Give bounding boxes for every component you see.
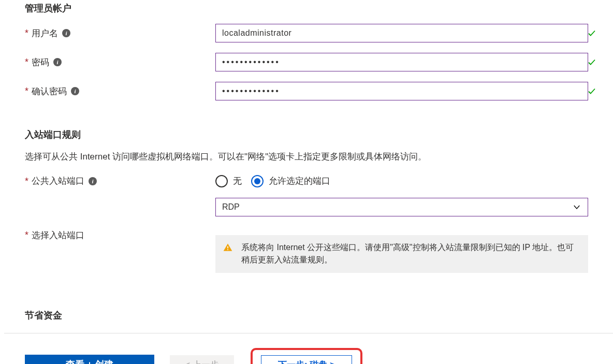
radio-circle-icon <box>251 175 264 187</box>
radio-allow-selected[interactable]: 允许选定的端口 <box>251 175 330 187</box>
select-value: RDP <box>222 202 240 212</box>
select-ports-label: 选择入站端口 <box>32 229 84 241</box>
confirm-password-row: * 确认密码 i <box>25 82 603 100</box>
confirm-password-label: 确认密码 <box>32 85 67 97</box>
info-icon[interactable]: i <box>71 87 79 95</box>
next-button-highlight: 下一步: 磁盘 > <box>251 348 362 364</box>
inbound-section-title: 入站端口规则 <box>25 128 603 141</box>
required-mark: * <box>25 230 28 240</box>
next-disks-button[interactable]: 下一步: 磁盘 > <box>261 355 352 364</box>
username-input[interactable] <box>215 24 588 42</box>
radio-none[interactable]: 无 <box>215 175 242 187</box>
previous-button[interactable]: < 上一步 <box>170 355 234 364</box>
info-icon[interactable]: i <box>62 29 70 37</box>
chevron-down-icon <box>572 202 581 212</box>
required-mark: * <box>25 57 28 67</box>
password-input[interactable] <box>215 53 588 71</box>
review-create-button[interactable]: 查看 + 创建 <box>25 355 154 364</box>
username-label: 用户名 <box>32 27 58 39</box>
select-inbound-ports[interactable]: RDP <box>215 198 588 216</box>
select-ports-row: * 选择入站端口 RDP 系统将向 Internet 公开这些端口。请使用"高 <box>25 198 603 273</box>
svg-rect-1 <box>227 249 228 250</box>
footer-bar: 查看 + 创建 < 上一步 下一步: 磁盘 > <box>25 333 603 364</box>
public-ports-label: 公共入站端口 <box>32 175 84 187</box>
password-row: * 密码 i <box>25 53 603 71</box>
confirm-password-input[interactable] <box>215 82 588 100</box>
radio-none-label: 无 <box>233 175 242 187</box>
warning-banner: 系统将向 Internet 公开这些端口。请使用"高级"控制将入站流量限制到已知… <box>215 235 588 273</box>
radio-circle-icon <box>215 175 228 187</box>
admin-section-title: 管理员帐户 <box>25 2 603 14</box>
svg-rect-0 <box>227 246 228 248</box>
warning-text: 系统将向 Internet 公开这些端口。请使用"高级"控制将入站流量限制到已知… <box>241 241 581 267</box>
username-row: * 用户名 i <box>25 24 603 42</box>
public-ports-row: * 公共入站端口 i 无 允许选定的端口 <box>25 175 603 187</box>
info-icon[interactable]: i <box>89 177 97 185</box>
radio-allow-label: 允许选定的端口 <box>269 175 330 187</box>
checkmark-icon <box>587 28 596 38</box>
required-mark: * <box>25 177 28 186</box>
save-money-title: 节省资金 <box>25 309 603 322</box>
required-mark: * <box>25 86 28 96</box>
required-mark: * <box>25 28 28 38</box>
password-label: 密码 <box>32 56 49 68</box>
inbound-section-desc: 选择可从公共 Internet 访问哪些虚拟机网络端口。可以在"网络"选项卡上指… <box>25 150 603 164</box>
info-icon[interactable]: i <box>53 58 62 66</box>
warning-icon <box>223 242 233 253</box>
checkmark-icon <box>587 57 596 67</box>
checkmark-icon <box>587 86 596 96</box>
